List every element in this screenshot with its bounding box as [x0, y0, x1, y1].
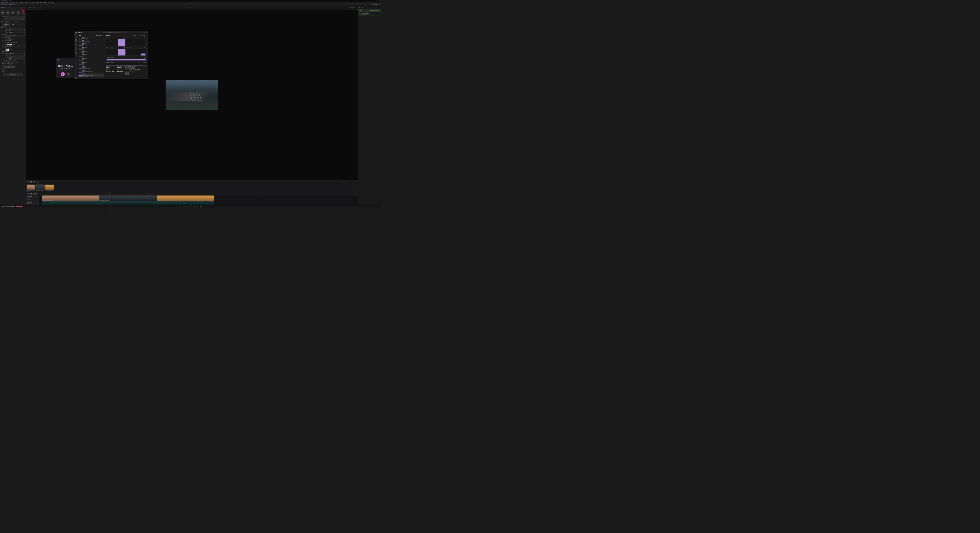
tm-perf-item[interactable]: 以太网以太网 6发送: 0 接收: 0 Kbps [78, 65, 104, 70]
timeline-ruler[interactable]: 01:00:00:00 01:00:50:00 01:01:50:00 [39, 193, 358, 195]
menu-item[interactable]: 片段 [23, 2, 25, 3]
clip-dropdown[interactable]: 片段 ∨ [14, 3, 19, 5]
render-job-progress[interactable]: 作业 1还有00:01:31 18% ✎ ✕ [359, 10, 381, 12]
stopwatch-play-button[interactable] [61, 72, 65, 76]
expand-icon[interactable] [57, 59, 59, 61]
filename-input[interactable] [6, 16, 25, 18]
audio-track-header[interactable]: A1音频 12.0 SM [26, 201, 39, 205]
preset-custom[interactable]: H.264Custom Export [0, 10, 5, 15]
quality-select[interactable]: 最佳 [12, 42, 17, 43]
video-track-body[interactable]: DJI_202306041916_19_02... DJI_2023060419… [39, 195, 358, 201]
tm-minimize-button[interactable]: ─ [142, 32, 143, 33]
tm-nav-services-icon[interactable] [75, 52, 76, 54]
audio-track-body[interactable] [39, 201, 358, 205]
minimize-button[interactable]: ─ [376, 0, 377, 1]
tm-graph-3d[interactable]: 3D94% [107, 38, 126, 46]
tm-perf-item[interactable]: 磁盘 4 (K:)USB0% [78, 58, 104, 62]
menu-item[interactable]: 播放 [32, 2, 35, 3]
tm-perf-item[interactable]: 内存8.5/31.8 GB (27%) [78, 40, 104, 43]
enable-bframe-checkbox[interactable] [2, 63, 3, 64]
profile-select[interactable]: Main [8, 46, 25, 47]
resolution-select[interactable]: 3840 x 2160 Ultra HD [8, 35, 25, 37]
tm-nav-processes-icon[interactable] [75, 37, 76, 38]
tape-button[interactable]: 磁带 [10, 3, 13, 5]
preset-hyperdeck[interactable]: H.264HyperDeck [11, 10, 16, 15]
pencil-icon[interactable]: ✎ [378, 10, 379, 11]
kf-frames-input[interactable] [6, 49, 9, 51]
codec-select[interactable]: AV1 [8, 30, 25, 31]
page-edit-button[interactable] [186, 206, 188, 207]
kf-auto-radio[interactable] [8, 48, 9, 48]
tm-perf-item[interactable]: 磁盘 2 (H:)SSD0% [78, 50, 104, 54]
render-job-card[interactable]: 12 | Timeline 1 F:\11.mp4 [359, 12, 381, 16]
twopass-select[interactable]: 禁用 [8, 58, 25, 60]
clip-thumbnail[interactable]: 0200:00:27:16V1 H.265 Main 10 L6.0 [36, 183, 45, 191]
lookahead-input[interactable] [8, 60, 13, 62]
stopwatch-window[interactable]: 00:01:51.99 小时分钟秒 ↺ [56, 58, 76, 78]
hamburger-icon[interactable] [75, 34, 76, 35]
advanced-settings-expand[interactable]: 高级设置 [0, 68, 26, 70]
encoder-type-select[interactable]: NVIDIA [8, 32, 25, 33]
maximize-button[interactable]: ☐ [378, 0, 379, 1]
menu-item[interactable]: DaVinci Resolve [1, 2, 8, 3]
zoom-dropdown[interactable]: 36% ∨ [29, 7, 32, 8]
audio-icon[interactable]: 🔊 [37, 181, 38, 183]
rate-control-select[interactable]: 可变比特率 [8, 53, 25, 54]
menu-item[interactable]: 时间线 [19, 2, 22, 3]
page-fairlight-button[interactable] [197, 206, 198, 207]
page-deliver-button[interactable] [200, 206, 202, 207]
layout-toggle[interactable] [379, 3, 380, 5]
menu-item[interactable]: 文件 [9, 2, 11, 3]
tm-nav-users-icon[interactable] [75, 47, 76, 48]
aq-strength-input[interactable] [8, 64, 13, 65]
tab-file[interactable]: 文件 [16, 24, 23, 25]
track-lock-icon[interactable]: ⬚ [28, 197, 30, 199]
tm-settings-icon[interactable] [75, 77, 76, 79]
radio-multi[interactable] [10, 21, 11, 22]
goto-start-button[interactable]: ⏮ [340, 181, 342, 183]
radio-single[interactable] [3, 21, 4, 22]
render-queue-button[interactable]: 渲染队列 [372, 3, 378, 5]
quick-export-button[interactable] [1, 3, 2, 5]
tm-perf-item[interactable]: 磁盘 1 (D:)SSD0% [78, 46, 104, 50]
tm-perf-item[interactable]: 磁盘 3 (C:)SSD0% [78, 54, 104, 58]
tm-nav-performance-icon[interactable] [75, 39, 76, 41]
network-opt-checkbox[interactable] [2, 34, 3, 35]
clip-thumbnail[interactable]: 0100:00:27:16V1 H.265 Main 10 L6.0 [27, 183, 35, 191]
video-track-header[interactable]: V1视频 1 ☐⬚ 3 个片段 [26, 195, 39, 201]
page-fusion-button[interactable] [189, 206, 191, 207]
tm-graph-dedicated-mem[interactable] [107, 58, 146, 60]
custom-res-checkbox[interactable] [2, 37, 3, 38]
preset-h264-master[interactable]: H.264H.264 Master [5, 10, 11, 15]
tm-close-button[interactable]: ✕ [146, 32, 147, 33]
task-manager-window[interactable]: 任务管理器 ─ ☐ ✕ 性能 ▶ 运行新任务 ⋯ CPU4% 3.64 GHz [75, 31, 148, 80]
menu-item[interactable]: Fairlight [43, 2, 47, 3]
tm-perf-item[interactable]: 磁盘 5 (E:)USB0% [78, 62, 104, 65]
tm-graph-shared-mem[interactable] [107, 63, 146, 65]
disable-adaptive-checkbox[interactable] [2, 62, 3, 63]
tm-search-input[interactable] [103, 32, 128, 33]
framerate-select[interactable]: 59.94 [8, 38, 14, 40]
menu-item[interactable]: 修剪 [16, 2, 18, 3]
tm-maximize-button[interactable]: ☐ [144, 32, 145, 33]
tm-graph-decode[interactable]: Video Decode28% [126, 49, 145, 56]
menu-item[interactable]: Fusion [36, 2, 39, 3]
menu-item[interactable]: 标记 [26, 2, 28, 3]
goto-end-button[interactable]: ⏭ [352, 181, 353, 183]
loop-button[interactable]: ↻ [355, 181, 356, 183]
stopwatch-reset-button[interactable]: ↺ [66, 72, 70, 76]
page-media-button[interactable] [180, 206, 181, 207]
tm-perf-item[interactable]: GPU 0Intel(R) UHD Graphics 7700% [78, 70, 104, 73]
reorder-checkbox[interactable] [2, 51, 3, 53]
preset-youtube[interactable]: ▶YouTube 108 [21, 10, 26, 15]
tm-nav-details-icon[interactable] [75, 50, 76, 51]
clip-thumbnail[interactable]: 0300:00:27:16V1 H.265 Main 10 L6.0 [45, 183, 54, 191]
solo-button[interactable]: S [27, 204, 28, 204]
quality-auto-radio[interactable] [8, 42, 9, 43]
step-fwd-button[interactable]: ▸ [350, 181, 351, 183]
render-settings-button[interactable]: 渲染设置 [3, 3, 9, 5]
page-color-button[interactable] [193, 206, 195, 207]
menu-item[interactable]: 帮助 [52, 2, 54, 3]
preset-select[interactable]: 中 [8, 55, 25, 56]
viewer-options-button[interactable]: ••• [355, 7, 357, 8]
